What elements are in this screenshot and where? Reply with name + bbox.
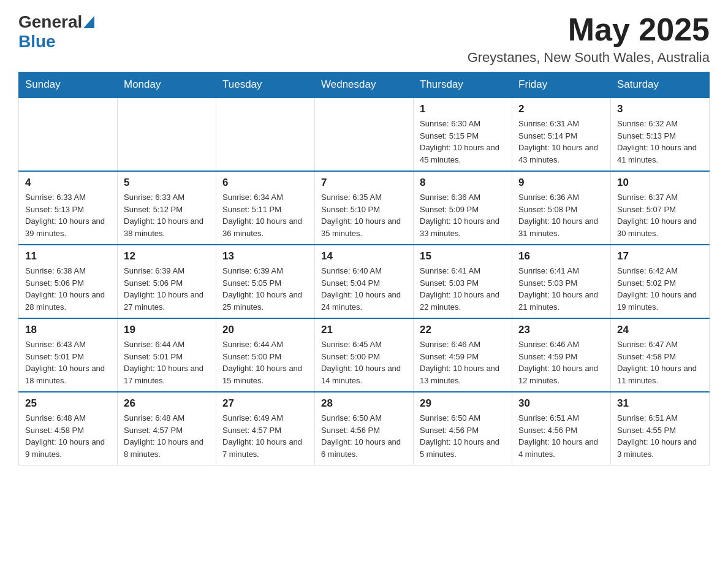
- day-number: 8: [420, 177, 506, 189]
- table-row: 4Sunrise: 6:33 AM Sunset: 5:13 PM Daylig…: [19, 171, 118, 245]
- day-number: 11: [25, 250, 111, 262]
- day-info: Sunrise: 6:41 AM Sunset: 5:03 PM Dayligh…: [518, 265, 604, 313]
- day-number: 19: [124, 324, 210, 336]
- table-row: 5Sunrise: 6:33 AM Sunset: 5:12 PM Daylig…: [118, 171, 216, 245]
- day-info: Sunrise: 6:33 AM Sunset: 5:13 PM Dayligh…: [25, 191, 111, 239]
- day-info: Sunrise: 6:43 AM Sunset: 5:01 PM Dayligh…: [25, 339, 111, 386]
- table-row: 28Sunrise: 6:50 AM Sunset: 4:56 PM Dayli…: [315, 392, 414, 465]
- table-row: [315, 98, 414, 171]
- title-block: May 2025 Greystanes, New South Wales, Au…: [468, 12, 710, 66]
- day-info: Sunrise: 6:51 AM Sunset: 4:56 PM Dayligh…: [518, 412, 604, 460]
- day-number: 29: [420, 397, 506, 410]
- day-info: Sunrise: 6:44 AM Sunset: 5:01 PM Dayligh…: [124, 339, 210, 386]
- day-info: Sunrise: 6:51 AM Sunset: 4:55 PM Dayligh…: [617, 412, 703, 460]
- table-row: 29Sunrise: 6:50 AM Sunset: 4:56 PM Dayli…: [414, 392, 512, 465]
- day-info: Sunrise: 6:36 AM Sunset: 5:08 PM Dayligh…: [518, 191, 604, 239]
- header-saturday: Saturday: [611, 72, 710, 98]
- day-info: Sunrise: 6:41 AM Sunset: 5:03 PM Dayligh…: [420, 265, 506, 313]
- table-row: 7Sunrise: 6:35 AM Sunset: 5:10 PM Daylig…: [315, 171, 414, 245]
- svg-marker-0: [83, 16, 94, 28]
- day-info: Sunrise: 6:46 AM Sunset: 4:59 PM Dayligh…: [420, 339, 506, 386]
- day-number: 7: [321, 177, 407, 189]
- day-number: 6: [222, 177, 308, 189]
- day-info: Sunrise: 6:40 AM Sunset: 5:04 PM Dayligh…: [321, 265, 407, 313]
- table-row: 6Sunrise: 6:34 AM Sunset: 5:11 PM Daylig…: [216, 171, 315, 245]
- day-number: 9: [518, 177, 604, 189]
- day-number: 13: [222, 250, 308, 262]
- table-row: 27Sunrise: 6:49 AM Sunset: 4:57 PM Dayli…: [216, 392, 315, 465]
- header-wednesday: Wednesday: [315, 72, 414, 98]
- logo: General Blue: [18, 12, 94, 52]
- table-row: 12Sunrise: 6:39 AM Sunset: 5:06 PM Dayli…: [118, 245, 216, 318]
- day-number: 17: [617, 250, 703, 262]
- day-number: 5: [124, 177, 210, 189]
- day-number: 27: [222, 397, 308, 410]
- table-row: [19, 98, 118, 171]
- day-number: 12: [124, 250, 210, 262]
- day-number: 26: [124, 397, 210, 410]
- day-number: 20: [222, 324, 308, 336]
- table-row: 17Sunrise: 6:42 AM Sunset: 5:02 PM Dayli…: [611, 245, 710, 318]
- day-number: 1: [420, 103, 506, 115]
- calendar-week-row: 11Sunrise: 6:38 AM Sunset: 5:06 PM Dayli…: [19, 245, 710, 318]
- day-info: Sunrise: 6:38 AM Sunset: 5:06 PM Dayligh…: [25, 265, 111, 313]
- calendar-week-row: 4Sunrise: 6:33 AM Sunset: 5:13 PM Daylig…: [19, 171, 710, 245]
- table-row: 10Sunrise: 6:37 AM Sunset: 5:07 PM Dayli…: [611, 171, 710, 245]
- table-row: 22Sunrise: 6:46 AM Sunset: 4:59 PM Dayli…: [414, 318, 512, 392]
- logo-general: General: [18, 12, 82, 32]
- day-info: Sunrise: 6:48 AM Sunset: 4:58 PM Dayligh…: [25, 412, 111, 460]
- calendar-week-row: 25Sunrise: 6:48 AM Sunset: 4:58 PM Dayli…: [19, 392, 710, 465]
- table-row: 15Sunrise: 6:41 AM Sunset: 5:03 PM Dayli…: [414, 245, 512, 318]
- day-info: Sunrise: 6:50 AM Sunset: 4:56 PM Dayligh…: [321, 412, 407, 460]
- day-number: 31: [617, 397, 703, 410]
- header-thursday: Thursday: [414, 72, 512, 98]
- table-row: 1Sunrise: 6:30 AM Sunset: 5:15 PM Daylig…: [414, 98, 512, 171]
- table-row: 19Sunrise: 6:44 AM Sunset: 5:01 PM Dayli…: [118, 318, 216, 392]
- header-friday: Friday: [512, 72, 611, 98]
- day-number: 4: [25, 177, 111, 189]
- day-info: Sunrise: 6:48 AM Sunset: 4:57 PM Dayligh…: [124, 412, 210, 460]
- table-row: 31Sunrise: 6:51 AM Sunset: 4:55 PM Dayli…: [611, 392, 710, 465]
- header-monday: Monday: [118, 72, 216, 98]
- table-row: 30Sunrise: 6:51 AM Sunset: 4:56 PM Dayli…: [512, 392, 611, 465]
- day-number: 16: [518, 250, 604, 262]
- calendar-week-row: 18Sunrise: 6:43 AM Sunset: 5:01 PM Dayli…: [19, 318, 710, 392]
- table-row: 25Sunrise: 6:48 AM Sunset: 4:58 PM Dayli…: [19, 392, 118, 465]
- location-subtitle: Greystanes, New South Wales, Australia: [468, 50, 710, 66]
- day-number: 23: [518, 324, 604, 336]
- logo-triangle-icon: [83, 16, 94, 28]
- header-tuesday: Tuesday: [216, 72, 315, 98]
- table-row: 24Sunrise: 6:47 AM Sunset: 4:58 PM Dayli…: [611, 318, 710, 392]
- day-number: 10: [617, 177, 703, 189]
- table-row: 3Sunrise: 6:32 AM Sunset: 5:13 PM Daylig…: [611, 98, 710, 171]
- day-number: 2: [518, 103, 604, 115]
- day-number: 25: [25, 397, 111, 410]
- day-info: Sunrise: 6:34 AM Sunset: 5:11 PM Dayligh…: [222, 191, 308, 239]
- calendar-week-row: 1Sunrise: 6:30 AM Sunset: 5:15 PM Daylig…: [19, 98, 710, 171]
- day-info: Sunrise: 6:50 AM Sunset: 4:56 PM Dayligh…: [420, 412, 506, 460]
- day-info: Sunrise: 6:49 AM Sunset: 4:57 PM Dayligh…: [222, 412, 308, 460]
- day-number: 30: [518, 397, 604, 410]
- day-info: Sunrise: 6:32 AM Sunset: 5:13 PM Dayligh…: [617, 118, 703, 166]
- table-row: 20Sunrise: 6:44 AM Sunset: 5:00 PM Dayli…: [216, 318, 315, 392]
- day-info: Sunrise: 6:36 AM Sunset: 5:09 PM Dayligh…: [420, 191, 506, 239]
- day-number: 22: [420, 324, 506, 336]
- calendar-table: Sunday Monday Tuesday Wednesday Thursday…: [18, 72, 710, 465]
- day-number: 18: [25, 324, 111, 336]
- table-row: 16Sunrise: 6:41 AM Sunset: 5:03 PM Dayli…: [512, 245, 611, 318]
- table-row: 18Sunrise: 6:43 AM Sunset: 5:01 PM Dayli…: [19, 318, 118, 392]
- table-row: 11Sunrise: 6:38 AM Sunset: 5:06 PM Dayli…: [19, 245, 118, 318]
- day-number: 3: [617, 103, 703, 115]
- day-number: 28: [321, 397, 407, 410]
- table-row: 21Sunrise: 6:45 AM Sunset: 5:00 PM Dayli…: [315, 318, 414, 392]
- day-info: Sunrise: 6:31 AM Sunset: 5:14 PM Dayligh…: [518, 118, 604, 166]
- day-info: Sunrise: 6:44 AM Sunset: 5:00 PM Dayligh…: [222, 339, 308, 386]
- day-info: Sunrise: 6:46 AM Sunset: 4:59 PM Dayligh…: [518, 339, 604, 386]
- day-info: Sunrise: 6:35 AM Sunset: 5:10 PM Dayligh…: [321, 191, 407, 239]
- table-row: 2Sunrise: 6:31 AM Sunset: 5:14 PM Daylig…: [512, 98, 611, 171]
- day-number: 21: [321, 324, 407, 336]
- day-info: Sunrise: 6:47 AM Sunset: 4:58 PM Dayligh…: [617, 339, 703, 386]
- logo-blue: Blue: [18, 32, 56, 51]
- month-year-title: May 2025: [468, 12, 710, 47]
- table-row: [118, 98, 216, 171]
